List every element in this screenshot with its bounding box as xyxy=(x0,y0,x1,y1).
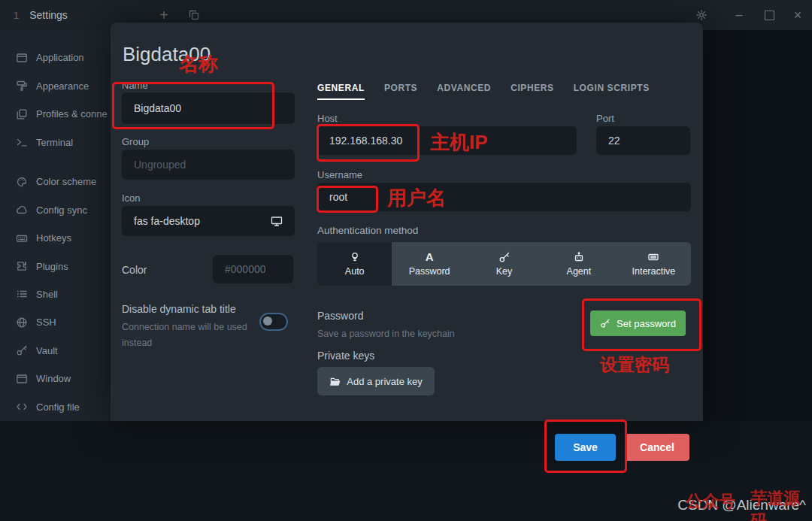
sidebar-item-ssh[interactable]: SSH xyxy=(0,308,111,336)
auth-option-agent[interactable]: Agent xyxy=(541,242,616,286)
key-icon xyxy=(498,251,511,263)
minimize-button[interactable]: – xyxy=(724,0,754,30)
sidebar-item-label: Hotkeys xyxy=(36,232,71,244)
password-label: Password xyxy=(317,310,363,322)
cloud-icon xyxy=(16,204,28,216)
auth-option-auto[interactable]: Auto xyxy=(317,242,392,286)
auth-option-interactive[interactable]: Interactive xyxy=(617,242,691,286)
username-input[interactable] xyxy=(317,183,691,211)
group-input[interactable] xyxy=(122,150,295,180)
private-keys-label: Private keys xyxy=(317,350,374,362)
terminal-icon xyxy=(16,136,28,148)
lightbulb-icon xyxy=(349,251,361,263)
color-input[interactable] xyxy=(213,255,293,283)
puzzle-icon xyxy=(16,260,28,272)
key-icon xyxy=(600,318,611,329)
icon-label: Icon xyxy=(122,192,141,204)
sidebar-item-window[interactable]: Window xyxy=(0,365,111,392)
name-input[interactable] xyxy=(122,92,295,124)
folder-open-icon xyxy=(329,376,341,387)
save-label: Save xyxy=(573,441,598,453)
sidebar-item-vault[interactable]: Vault xyxy=(0,337,111,365)
tab-login-scripts[interactable]: LOGIN SCRIPTS xyxy=(574,83,650,100)
palette-icon xyxy=(16,176,28,188)
color-label: Color xyxy=(122,264,147,276)
icon-input[interactable] xyxy=(122,206,295,236)
sidebar-item-config-sync[interactable]: Config sync xyxy=(0,195,111,223)
sidebar-item-label: Vault xyxy=(36,345,58,356)
add-private-key-button[interactable]: Add a private key xyxy=(317,367,435,395)
dialog-tab-bar: GENERAL PORTS ADVANCED CIPHERS LOGIN SCR… xyxy=(317,83,650,100)
dialog-title: Bigdata00 xyxy=(123,43,211,66)
sidebar-item-label: Application xyxy=(36,52,84,63)
save-button[interactable]: Save xyxy=(555,434,616,461)
cancel-button[interactable]: Cancel xyxy=(625,434,689,461)
cancel-label: Cancel xyxy=(640,441,674,453)
window-icon xyxy=(16,52,28,64)
sidebar-item-appearance[interactable]: Appearance xyxy=(0,71,111,99)
profile-edit-dialog: Bigdata00 Name Group Icon Color Disable … xyxy=(111,23,703,421)
set-password-button[interactable]: Set password xyxy=(590,310,686,336)
sidebar-item-application[interactable]: Application xyxy=(0,44,111,71)
disable-tab-title-toggle[interactable] xyxy=(259,313,288,331)
sidebar-item-terminal[interactable]: Terminal xyxy=(0,128,111,156)
tab-ciphers[interactable]: CIPHERS xyxy=(511,83,554,100)
tab-settings[interactable]: 1 Settings xyxy=(0,0,81,30)
paint-roller-icon xyxy=(16,80,28,92)
app-window: 1 Settings + – × Application xyxy=(0,0,812,521)
tab-ports[interactable]: PORTS xyxy=(384,83,417,100)
auth-option-password[interactable]: A Password xyxy=(392,242,466,286)
plus-icon: + xyxy=(159,7,168,24)
port-label: Port xyxy=(596,113,614,124)
sidebar-section-divider xyxy=(0,156,111,168)
disable-tab-title-label: Disable dynamic tab title xyxy=(122,303,236,315)
toggle-knob xyxy=(263,317,272,326)
maximize-icon xyxy=(765,11,774,20)
set-password-label: Set password xyxy=(617,318,676,329)
maximize-button[interactable] xyxy=(754,0,784,30)
desktop-icon xyxy=(271,215,283,230)
sidebar-item-shell[interactable]: Shell xyxy=(0,280,111,308)
gear-icon xyxy=(695,9,707,21)
sidebar-item-label: Window xyxy=(36,373,71,384)
host-label: Host xyxy=(317,113,338,124)
auth-option-label: Auto xyxy=(345,266,365,277)
auth-option-label: Key xyxy=(496,266,513,277)
code-icon xyxy=(16,401,28,413)
key-icon xyxy=(16,344,28,356)
watermark-text: CSDN @Alienware^ xyxy=(677,497,806,513)
tab-title: Settings xyxy=(29,9,68,21)
add-private-key-label: Add a private key xyxy=(347,376,422,387)
port-input[interactable] xyxy=(596,126,690,155)
font-icon: A xyxy=(426,251,434,263)
username-label: Username xyxy=(317,169,362,180)
sidebar-item-label: Config file xyxy=(36,401,80,413)
password-desc: Save a password in the keychain xyxy=(317,326,455,342)
keyboard-icon xyxy=(647,251,659,263)
auth-option-label: Password xyxy=(409,266,450,277)
sidebar-item-label: Shell xyxy=(36,289,58,300)
close-icon: × xyxy=(794,8,802,23)
sidebar-item-label: Terminal xyxy=(36,137,73,148)
sidebar-item-color-scheme[interactable]: Color scheme xyxy=(0,168,111,195)
sidebar-item-label: Plugins xyxy=(36,261,68,272)
sidebar-item-hotkeys[interactable]: Hotkeys xyxy=(0,224,111,252)
settings-sidebar: Application Appearance Profiles & conne … xyxy=(0,30,111,421)
auth-option-key[interactable]: Key xyxy=(467,242,541,286)
sidebar-item-plugins[interactable]: Plugins xyxy=(0,252,111,280)
globe-icon xyxy=(16,317,28,329)
tab-index: 1 xyxy=(14,10,19,21)
tab-advanced[interactable]: ADVANCED xyxy=(437,83,491,100)
auth-method-label: Authentication method xyxy=(317,225,418,236)
host-input[interactable] xyxy=(317,126,577,155)
list-icon xyxy=(16,288,28,300)
sidebar-item-profiles[interactable]: Profiles & conne xyxy=(0,100,111,128)
sidebar-item-label: Appearance xyxy=(36,80,89,92)
minimize-icon: – xyxy=(736,8,743,22)
keyboard-icon xyxy=(16,232,28,244)
sidebar-item-config-file[interactable]: Config file xyxy=(0,393,111,421)
auth-option-label: Interactive xyxy=(632,266,675,277)
close-button[interactable]: × xyxy=(783,0,812,30)
tab-general[interactable]: GENERAL xyxy=(317,83,365,100)
sidebar-item-label: Color scheme xyxy=(36,176,96,187)
